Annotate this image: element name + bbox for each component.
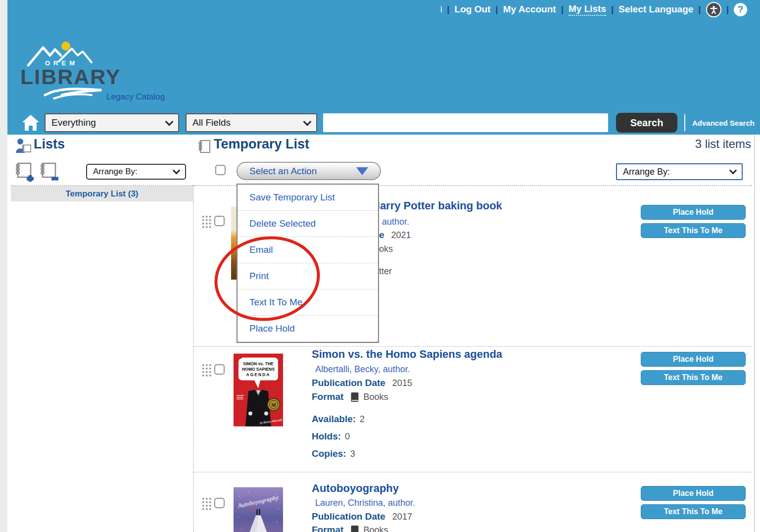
item-author[interactable]: Albertalli, Becky, author. [315, 364, 410, 375]
format-label: Format [312, 525, 343, 532]
chevron-down-icon [173, 167, 181, 175]
advanced-search-link[interactable]: Advanced Search [692, 119, 755, 127]
menu-item-print[interactable]: Print [238, 263, 378, 290]
publication-year: 2015 [392, 378, 412, 388]
text-this-to-me-button[interactable]: Text This To Me [641, 223, 746, 238]
page-title: Temporary List [214, 137, 309, 152]
person-list-icon [15, 138, 33, 154]
right-edge-line [754, 135, 755, 532]
accessibility-icon[interactable] [706, 2, 721, 17]
text-this-to-me-button[interactable]: Text This To Me [641, 370, 746, 385]
drag-handle[interactable] [202, 497, 212, 512]
list-items-count: 3 list items [643, 137, 751, 151]
format-value: Books [363, 525, 388, 532]
my-lists-link[interactable]: My Lists [569, 3, 606, 16]
row-checkbox[interactable] [214, 216, 225, 226]
holds-value: 0 [345, 432, 350, 442]
publication-date-label: Publication Date [312, 511, 385, 522]
main-arrange-by-select[interactable]: Arrange By: [616, 163, 743, 180]
separator: | [611, 4, 614, 15]
book-cover-thumbnail[interactable] [231, 207, 237, 280]
logo-library-text[interactable]: LIBRARY [20, 65, 121, 89]
select-an-action-button[interactable]: Select an Action [237, 162, 381, 180]
drag-handle[interactable] [202, 215, 212, 230]
publication-date-fragment: e [379, 230, 384, 241]
divider [684, 114, 685, 131]
book-cover-thumbnail[interactable]: SIMON vs. THE HOMO SAPIENS AGENDA M by B… [234, 353, 283, 427]
place-hold-button[interactable]: Place Hold [641, 205, 746, 220]
my-account-link[interactable]: My Account [503, 4, 556, 15]
remove-list-icon[interactable] [39, 162, 60, 182]
drag-handle[interactable] [202, 363, 212, 378]
select-all-checkbox[interactable] [215, 165, 226, 175]
separator: | [726, 4, 729, 15]
text-this-to-me-button[interactable]: Text This To Me [641, 504, 746, 519]
svg-text:M: M [272, 403, 276, 408]
search-input[interactable] [323, 113, 608, 132]
page: | Log Out | My Account | My Lists | Sele… [0, 0, 760, 532]
cropped-text-fragment [441, 6, 442, 12]
logout-link[interactable]: Log Out [455, 4, 491, 15]
chevron-down-icon [729, 167, 737, 175]
header: | Log Out | My Account | My Lists | Sele… [7, 0, 760, 135]
add-list-icon[interactable] [14, 162, 36, 182]
help-icon[interactable]: ? [734, 3, 747, 16]
publication-date-label: Publication Date [312, 378, 385, 388]
sidebar-item-temporary-list[interactable]: Temporary List (3) [11, 186, 193, 201]
separator: | [698, 4, 701, 15]
menu-item-place-hold[interactable]: Place Hold [238, 316, 378, 342]
book-cover-thumbnail[interactable]: Autoboyography [234, 487, 283, 532]
legacy-catalog-label: Legacy Catalog [106, 92, 165, 102]
place-hold-button[interactable]: Place Hold [641, 486, 746, 501]
series-fragment: tter [379, 266, 392, 277]
notebook-icon [197, 140, 211, 154]
place-hold-button[interactable]: Place Hold [641, 352, 746, 367]
main-arrange-by-value: Arrange By: [623, 167, 670, 177]
svg-text:AGENDA: AGENDA [246, 372, 271, 377]
separator: | [447, 4, 449, 15]
select-language-link[interactable]: Select Language [618, 4, 693, 15]
menu-item-save-temporary-list[interactable]: Save Temporary List [238, 185, 378, 211]
top-links-bar: | Log Out | My Account | My Lists | Sele… [441, 2, 747, 17]
menu-item-email[interactable]: Email [238, 237, 378, 263]
divider [193, 185, 194, 532]
item-author-fragment[interactable]: , author. [377, 217, 409, 227]
search-button[interactable]: Search [616, 113, 677, 133]
available-label: Available: [312, 414, 356, 425]
item-title[interactable]: Simon vs. the Homo Sapiens agenda [312, 348, 502, 361]
separator: | [561, 4, 564, 15]
copies-label: Copies: [312, 448, 346, 459]
logo-swoosh-icon [43, 87, 107, 100]
sidebar-arrange-by-select[interactable]: Arrange By: [86, 164, 186, 180]
menu-item-delete-selected[interactable]: Delete Selected [238, 211, 378, 237]
row-separator [194, 472, 752, 473]
sidebar-title: Lists [34, 137, 65, 152]
chevron-down-icon [165, 117, 174, 126]
format-value: Books [363, 392, 388, 402]
publication-year: 2017 [392, 512, 412, 522]
select-an-action-menu: Save Temporary List Delete Selected Emai… [237, 184, 379, 343]
publication-year: 2021 [391, 230, 411, 241]
row-checkbox[interactable] [214, 364, 225, 375]
item-title-fragment[interactable]: Harry Potter baking book [372, 199, 502, 212]
chevron-down-icon [303, 117, 312, 126]
item-title[interactable]: Autoboyography [312, 482, 399, 495]
row-separator [194, 346, 752, 347]
item-author[interactable]: Lauren, Christina, author. [315, 498, 415, 508]
holds-label: Holds: [312, 431, 341, 442]
book-format-icon [350, 392, 359, 402]
search-field-value: All Fields [192, 117, 231, 128]
left-edge-strip [0, 0, 7, 532]
sidebar-arrange-by-value: Arrange By: [93, 167, 138, 177]
svg-text:SIMON vs. THE: SIMON vs. THE [243, 361, 274, 366]
copies-value: 3 [350, 449, 355, 459]
search-field-select[interactable]: All Fields [186, 113, 317, 132]
search-scope-value: Everything [51, 117, 96, 128]
format-label: Format [312, 391, 343, 402]
available-value: 2 [360, 414, 365, 425]
home-icon[interactable] [21, 113, 40, 132]
search-scope-select[interactable]: Everything [45, 113, 179, 132]
row-checkbox[interactable] [214, 498, 225, 508]
book-format-icon [350, 525, 359, 532]
menu-item-text-it-to-me[interactable]: Text It To Me [238, 290, 378, 316]
